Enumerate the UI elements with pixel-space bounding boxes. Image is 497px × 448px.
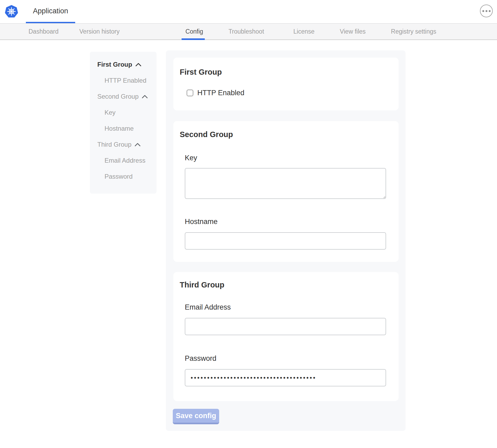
sidebar-group-label: Second Group	[97, 93, 139, 100]
tab-config[interactable]: Config	[185, 24, 203, 39]
app-title-tab[interactable]: Application	[26, 0, 75, 23]
tab-label: Version history	[79, 28, 120, 35]
http-enabled-label: HTTP Enabled	[197, 89, 245, 97]
email-field-label: Email Address	[185, 303, 386, 311]
sidebar-item-label: HTTP Enabled	[105, 77, 146, 84]
sidebar-item-label: Password	[105, 173, 133, 180]
tab-dashboard[interactable]: Dashboard	[29, 24, 59, 39]
email-address-input[interactable]	[185, 318, 386, 335]
sidebar-item-password[interactable]: Password	[90, 169, 157, 185]
hostname-field-label: Hostname	[185, 218, 386, 226]
config-group-card-first: First Group HTTP Enabled	[173, 58, 399, 110]
sidebar-group-second-group[interactable]: Second Group	[90, 89, 157, 105]
hostname-input[interactable]	[185, 232, 386, 250]
password-input[interactable]	[185, 369, 386, 386]
tab-view-files[interactable]: View files	[340, 24, 366, 39]
tab-version-history[interactable]: Version history	[79, 24, 120, 39]
ellipsis-dot	[486, 10, 487, 12]
sidebar-item-hostname[interactable]: Hostname	[90, 121, 157, 137]
app-nav-bar: Dashboard Version history Config Trouble…	[0, 24, 497, 40]
chevron-up-icon	[142, 95, 148, 98]
sidebar-item-key[interactable]: Key	[90, 105, 157, 121]
sidebar-group-label: First Group	[97, 61, 132, 68]
group-title: Third Group	[180, 281, 386, 289]
sidebar-group-label: Third Group	[97, 141, 131, 148]
tab-troubleshoot[interactable]: Troubleshoot	[229, 24, 264, 39]
tab-label: Dashboard	[29, 28, 59, 35]
tab-label: Registry settings	[391, 28, 436, 35]
config-form-panel: First Group HTTP Enabled Second Group Ke…	[166, 50, 406, 431]
sidebar-group-first-group[interactable]: First Group	[90, 57, 157, 73]
group-title: Second Group	[180, 130, 386, 139]
config-sidebar: First Group HTTP Enabled Second Group Ke…	[90, 52, 157, 194]
sidebar-item-email-address[interactable]: Email Address	[90, 153, 157, 169]
sidebar-group-third-group[interactable]: Third Group	[90, 137, 157, 153]
tab-label: License	[293, 28, 314, 35]
config-group-card-second: Second Group Key Hostname	[173, 121, 399, 262]
key-field-label: Key	[185, 154, 386, 162]
tab-label: Troubleshoot	[229, 28, 264, 35]
sidebar-item-label: Email Address	[105, 157, 145, 164]
sidebar-item-http-enabled[interactable]: HTTP Enabled	[90, 73, 157, 89]
app-header: Application	[0, 0, 497, 24]
config-page: First Group HTTP Enabled Second Group Ke…	[0, 40, 497, 447]
group-title: First Group	[180, 68, 386, 77]
http-enabled-checkbox-row[interactable]: HTTP Enabled	[187, 89, 386, 97]
save-config-button[interactable]: Save config	[173, 409, 219, 424]
kubernetes-logo-icon	[5, 5, 18, 18]
tab-registry-settings[interactable]: Registry settings	[391, 24, 436, 39]
sidebar-item-label: Key	[105, 109, 115, 116]
tab-license[interactable]: License	[293, 24, 314, 39]
sidebar-item-label: Hostname	[105, 125, 134, 132]
ellipsis-menu-button[interactable]	[480, 5, 493, 17]
ellipsis-dot	[489, 10, 491, 12]
http-enabled-checkbox[interactable]	[187, 90, 193, 96]
chevron-up-icon	[135, 63, 141, 66]
tab-label: View files	[340, 28, 366, 35]
tab-label: Config	[185, 28, 203, 35]
chevron-up-icon	[135, 143, 141, 146]
password-field-label: Password	[185, 354, 386, 363]
key-textarea[interactable]	[185, 168, 386, 199]
config-group-card-third: Third Group Email Address Password	[173, 272, 399, 401]
ellipsis-dot	[482, 10, 484, 12]
app-title: Application	[33, 7, 68, 15]
